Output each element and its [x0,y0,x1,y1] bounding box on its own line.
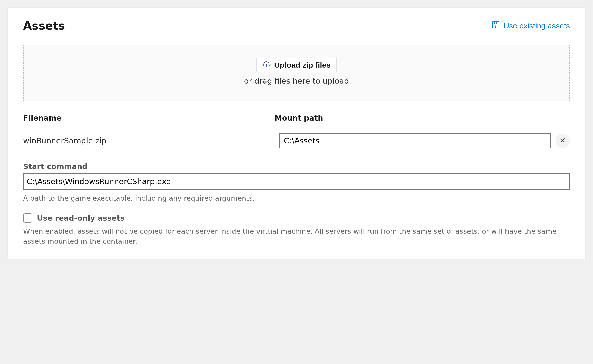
upload-dropzone[interactable]: Upload zip files or drag files here to u… [23,45,570,101]
upload-zip-button[interactable]: Upload zip files [256,58,337,72]
start-command-help: A path to the game executable, including… [23,193,570,203]
assets-header: Assets Use existing assets [23,19,570,32]
section-title: Assets [23,19,65,32]
start-command-label: Start command [23,162,570,171]
read-only-label: Use read-only assets [37,214,125,222]
asset-filename: winRunnerSample.zip [23,136,275,145]
asset-table-header: Filename Mount path [23,106,570,127]
use-existing-assets-label: Use existing assets [504,22,570,30]
read-only-checkbox[interactable] [23,213,32,223]
dropzone-hint: or drag files here to upload [244,76,349,85]
assets-card: Assets Use existing assets [8,8,585,259]
start-command-input[interactable] [23,173,570,190]
cloud-upload-icon [262,61,271,70]
archive-icon [491,21,500,31]
upload-zip-label: Upload zip files [274,61,331,70]
read-only-help: When enabled, assets will not be copied … [23,226,570,246]
delete-asset-button[interactable] [556,134,570,148]
use-existing-assets-button[interactable]: Use existing assets [491,21,570,31]
close-icon [560,137,566,144]
col-filename-header: Filename [23,114,275,122]
asset-row: winRunnerSample.zip [23,127,570,154]
read-only-row: Use read-only assets [23,213,570,223]
col-mount-header: Mount path [275,114,570,122]
mount-path-input[interactable] [279,133,551,148]
